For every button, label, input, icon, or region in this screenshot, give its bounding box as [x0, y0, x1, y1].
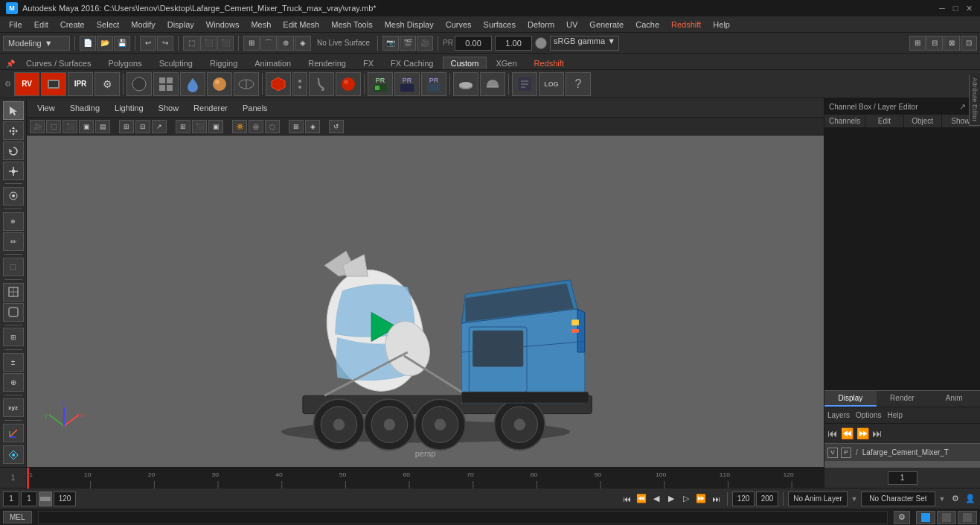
- res-gate-btn[interactable]: ⬛: [63, 120, 77, 133]
- shelf-tab-polygons[interactable]: Polygons: [100, 57, 150, 69]
- minimize-button[interactable]: ─: [937, 3, 947, 13]
- rp-float-btn[interactable]: ↗: [959, 102, 966, 112]
- shelf-icon-grid[interactable]: [153, 72, 179, 96]
- shelf-icon-script[interactable]: [512, 72, 537, 96]
- shelf-icon-dome[interactable]: [480, 72, 505, 96]
- safe-action-btn[interactable]: ▣: [79, 120, 94, 133]
- axis-display-btn[interactable]: ↗: [152, 120, 167, 133]
- gamma-select[interactable]: sRGB gamma ▼: [550, 36, 619, 51]
- shelf-tab-curves[interactable]: Curves / Surfaces: [18, 57, 99, 69]
- transform-btn[interactable]: ⊕: [3, 373, 24, 392]
- display-tab-display[interactable]: Display: [824, 391, 877, 407]
- layer-scroll-thumb[interactable]: [824, 462, 980, 468]
- soft-select-btn[interactable]: [3, 187, 24, 206]
- sync-btn[interactable]: ↺: [329, 120, 344, 133]
- shelf-icon-red-cube[interactable]: [266, 72, 291, 96]
- save-file-btn[interactable]: 💾: [114, 36, 130, 51]
- vp-menu-renderer[interactable]: Renderer: [189, 102, 232, 114]
- shelf-icon-log[interactable]: LOG: [539, 72, 564, 96]
- menu-windows[interactable]: Windows: [200, 16, 246, 32]
- snap-view-btn[interactable]: ◈: [295, 36, 311, 51]
- offset-x-field[interactable]: 0.00: [455, 36, 492, 51]
- goto-end-btn[interactable]: ⏭: [709, 492, 723, 506]
- range-end-field[interactable]: 200: [756, 491, 778, 506]
- time-ruler[interactable]: 1 10 20 30 40 50 60 70 80 90 100 110 120: [27, 468, 824, 489]
- taskbar-item-3[interactable]: [958, 511, 977, 524]
- menu-create[interactable]: Create: [54, 16, 91, 32]
- new-file-btn[interactable]: 📄: [80, 36, 96, 51]
- layout-1-btn[interactable]: ⊞: [909, 36, 926, 51]
- textured-btn[interactable]: ▣: [208, 120, 223, 133]
- ao-btn[interactable]: ◎: [249, 120, 263, 133]
- move-tool-btn[interactable]: [3, 121, 24, 140]
- taskbar-item-2[interactable]: [937, 511, 956, 524]
- snap-point-btn[interactable]: ⊕: [278, 36, 294, 51]
- channel-tab-edit[interactable]: Edit: [865, 115, 903, 127]
- shelf-icon-rv[interactable]: RV: [14, 72, 39, 96]
- shelf-icon-dots[interactable]: [292, 72, 307, 96]
- vp-menu-panels[interactable]: Panels: [238, 102, 272, 114]
- xray-btn[interactable]: ◈: [305, 120, 320, 133]
- lasso-btn[interactable]: ⬛: [200, 36, 217, 51]
- range-start-field[interactable]: 120: [732, 491, 755, 506]
- vp-menu-show[interactable]: Show: [154, 102, 184, 114]
- layer-scrollbar[interactable]: [824, 461, 980, 467]
- playback-frame-field-2[interactable]: 1: [21, 491, 37, 506]
- film-gate-btn[interactable]: ⬚: [46, 120, 61, 133]
- menu-display[interactable]: Display: [161, 16, 200, 32]
- channel-tab-channels[interactable]: Channels: [824, 115, 865, 127]
- char-set-arrow[interactable]: ▼: [937, 494, 947, 504]
- attribute-editor-label[interactable]: Attribute Editor: [969, 74, 980, 126]
- shelf-tab-animation[interactable]: Animation: [246, 57, 299, 69]
- shelf-tab-rendering[interactable]: Rendering: [300, 57, 354, 69]
- isolate-btn[interactable]: ⊞: [3, 328, 24, 346]
- playback-start-field[interactable]: 1: [3, 491, 19, 506]
- play-btn[interactable]: ▶: [664, 492, 678, 506]
- shelf-tab-redshift[interactable]: Redshift: [526, 57, 572, 69]
- rotate-tool-btn[interactable]: [3, 141, 24, 160]
- layer-nav-first[interactable]: ⏮: [827, 427, 838, 439]
- shelf-icon-gear[interactable]: ⚙: [95, 72, 120, 96]
- shelf-icon-sphere-shaded[interactable]: [207, 72, 232, 96]
- layout-3-btn[interactable]: ⊠: [944, 36, 960, 51]
- anim-preferences-btn[interactable]: ⚙: [949, 492, 962, 506]
- mel-tab[interactable]: MEL: [3, 511, 32, 524]
- display-menu-options[interactable]: Options: [856, 411, 881, 419]
- menu-generate[interactable]: Generate: [583, 16, 630, 32]
- menu-cache[interactable]: Cache: [630, 16, 665, 32]
- motion-blur-btn[interactable]: ◌: [265, 120, 280, 133]
- smooth-btn[interactable]: [3, 303, 24, 322]
- step-back-btn[interactable]: ⏪: [635, 492, 648, 506]
- step-fwd-btn[interactable]: ⏩: [694, 492, 708, 506]
- menu-edit[interactable]: Edit: [28, 16, 54, 32]
- shadow-btn[interactable]: 🔅: [232, 120, 247, 133]
- gamma-picker-btn[interactable]: [535, 37, 547, 49]
- prev-frame-btn[interactable]: ◀: [650, 492, 663, 506]
- navigation-btn[interactable]: [3, 445, 24, 464]
- viewport-canvas[interactable]: x y z persp: [27, 136, 824, 467]
- shelf-icon-ipr[interactable]: IPR: [68, 72, 93, 96]
- shelf-icon-plate[interactable]: [453, 72, 478, 96]
- shelf-icon-pr2[interactable]: PR: [394, 72, 420, 96]
- snap-curve-btn[interactable]: ⌒: [260, 36, 277, 51]
- shelf-icon-env[interactable]: [234, 72, 259, 96]
- shelf-pin-icon[interactable]: 📌: [3, 58, 18, 69]
- select-btn[interactable]: ⬚: [183, 36, 199, 51]
- shelf-icon-pr3[interactable]: PR: [421, 72, 446, 96]
- shelf-icon-film[interactable]: [41, 72, 66, 96]
- shelf-icon-sphere-dark[interactable]: [126, 72, 152, 96]
- shelf-tab-fx[interactable]: FX: [355, 57, 382, 69]
- layout-2-btn[interactable]: ⊟: [926, 36, 943, 51]
- shelf-icon-sphere-red[interactable]: [336, 72, 361, 96]
- shelf-icon-droplet[interactable]: [180, 72, 205, 96]
- xyz-btn[interactable]: xyz: [3, 398, 24, 417]
- display-tab-anim[interactable]: Anim: [928, 391, 980, 407]
- maximize-button[interactable]: □: [950, 3, 961, 13]
- display-tab-render[interactable]: Render: [877, 391, 929, 407]
- shelf-tab-sculpting[interactable]: Sculpting: [151, 57, 201, 69]
- scale-x-field[interactable]: 1.00: [495, 36, 532, 51]
- layout-4-btn[interactable]: ⊡: [961, 36, 977, 51]
- axis-btn[interactable]: [3, 424, 24, 442]
- menu-uv[interactable]: UV: [560, 16, 583, 32]
- camera-btn[interactable]: 📷: [382, 36, 399, 51]
